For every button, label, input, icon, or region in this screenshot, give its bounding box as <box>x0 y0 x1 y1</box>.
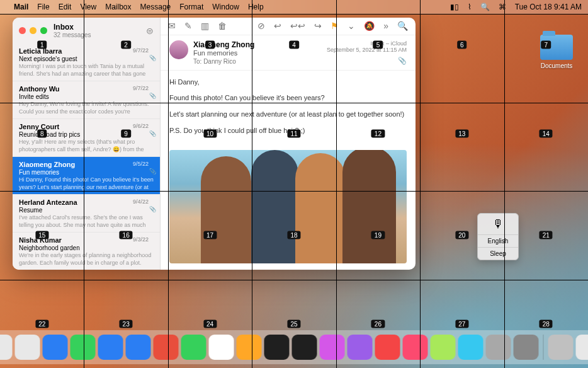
voice-control-panel: 🎙 English Sleep <box>477 213 519 260</box>
mail-sidebar: Inbox 32 messages ⊜ Leticia Ibarra9/7/22… <box>13 18 161 270</box>
forward-icon[interactable]: ↪ <box>314 21 322 31</box>
spotlight-icon[interactable]: 🔍 <box>480 3 490 11</box>
menu-format[interactable]: Format <box>179 3 203 11</box>
menu-mailbox[interactable]: Mailbox <box>105 3 131 11</box>
message-row[interactable]: Herland Antezana9/4/22ResumeI've attache… <box>13 195 160 233</box>
message-row[interactable]: Xiaomeng Zhong9/5/22Fun memoriesHi Danny… <box>13 157 160 195</box>
voice-language[interactable]: English <box>478 234 518 247</box>
menu-clock[interactable]: Tue Oct 18 9:41 AM <box>515 3 582 11</box>
archive-icon[interactable]: ✉ <box>168 21 176 31</box>
dock-app-21[interactable] <box>576 335 589 360</box>
close-button[interactable] <box>19 27 26 34</box>
menu-edit[interactable]: Edit <box>59 3 72 11</box>
message-row[interactable]: Leticia Ibarra9/7/22Next episode's guest… <box>13 43 160 81</box>
message-list[interactable]: Leticia Ibarra9/7/22Next episode's guest… <box>13 43 160 270</box>
desktop-documents-folder[interactable]: Documents <box>536 35 577 69</box>
dock-app-2[interactable] <box>43 335 68 360</box>
mail-toolbar: ✉ ✎ ▥ 🗑 ⊘ ↩ ↩↩ ↪ ⚑ ⌄ 🔕 » 🔍 <box>161 18 416 35</box>
menu-file[interactable]: File <box>37 3 49 11</box>
dock-app-9[interactable] <box>237 335 262 360</box>
dock-app-16[interactable] <box>431 335 456 360</box>
inbox-title: Inbox <box>54 23 91 32</box>
search-icon[interactable]: 🔍 <box>397 21 408 31</box>
sender-avatar[interactable] <box>169 40 188 59</box>
mail-reader: ✉ ✎ ▥ 🗑 ⊘ ↩ ↩↩ ↪ ⚑ ⌄ 🔕 » 🔍 Xiaomeng Zhon… <box>161 18 416 270</box>
voice-sleep[interactable]: Sleep <box>478 247 518 260</box>
dock-app-14[interactable] <box>375 335 400 360</box>
dock <box>0 330 588 364</box>
dock-app-7[interactable] <box>181 335 206 360</box>
reader-timestamp: September 5, 2022 at 11:15 AM <box>327 47 407 53</box>
reader-to: To: Danny Rico <box>193 58 254 65</box>
dock-app-0[interactable] <box>0 335 13 360</box>
dock-app-15[interactable] <box>403 335 428 360</box>
dock-app-18[interactable] <box>486 335 511 360</box>
message-row[interactable]: Nisha Kumar9/3/22Neighborhood gardenWe'r… <box>13 233 160 270</box>
zoom-button[interactable] <box>40 27 47 34</box>
email-attachment-photo[interactable] <box>169 150 407 263</box>
more-icon[interactable]: » <box>383 21 388 31</box>
attachment-icon[interactable]: 📎 <box>327 57 407 65</box>
mail-window: Inbox 32 messages ⊜ Leticia Ibarra9/7/22… <box>13 18 416 270</box>
reader-subject: Fun memories <box>193 49 254 57</box>
menu-bar: Mail File Edit View Mailbox Message Form… <box>0 0 588 14</box>
reader-body: Hi Danny, Found this photo! Can you beli… <box>161 71 416 147</box>
reader-mailbox: Inbox – iCloud <box>327 40 407 47</box>
reply-icon[interactable]: ↩ <box>274 21 281 31</box>
dock-app-12[interactable] <box>320 335 345 360</box>
trash-icon[interactable]: 🗑 <box>218 21 227 31</box>
dock-app-6[interactable] <box>154 335 179 360</box>
menu-help[interactable]: Help <box>248 3 264 11</box>
message-row[interactable]: Anthony Wu9/7/22Invite editsHey Danny, W… <box>13 81 160 119</box>
message-row[interactable]: Jenny Court9/6/22Reunion road trip picsH… <box>13 119 160 157</box>
filter-icon[interactable]: ⊜ <box>146 26 154 36</box>
mute-icon[interactable]: 🔕 <box>364 21 375 31</box>
junk-icon[interactable]: ⊘ <box>257 21 265 31</box>
folder-label: Documents <box>536 62 577 69</box>
control-center-icon[interactable]: ⌘ <box>499 3 506 11</box>
reader-from: Xiaomeng Zhong <box>193 40 254 49</box>
move-icon[interactable]: ▥ <box>201 21 209 31</box>
dock-app-17[interactable] <box>458 335 483 360</box>
dock-app-10[interactable] <box>264 335 290 360</box>
dock-app-8[interactable] <box>209 335 234 360</box>
dock-app-19[interactable] <box>514 335 539 360</box>
wifi-icon[interactable]: ⌇ <box>468 3 472 11</box>
dock-app-13[interactable] <box>348 335 373 360</box>
app-menu[interactable]: Mail <box>14 3 28 11</box>
minimize-button[interactable] <box>30 27 37 34</box>
dock-app-20[interactable] <box>548 335 574 360</box>
dock-app-5[interactable] <box>126 335 151 360</box>
battery-icon[interactable]: ▮▯ <box>450 3 459 11</box>
menu-window[interactable]: Window <box>212 3 239 11</box>
dock-app-4[interactable] <box>98 335 123 360</box>
inbox-count: 32 messages <box>54 32 91 38</box>
folder-icon <box>540 35 573 60</box>
microphone-icon[interactable]: 🎙 <box>478 214 518 234</box>
reply-all-icon[interactable]: ↩↩ <box>290 21 305 31</box>
dock-app-1[interactable] <box>15 335 40 360</box>
menu-view[interactable]: View <box>80 3 96 11</box>
flag-dropdown-icon[interactable]: ⌄ <box>348 21 355 31</box>
compose-icon[interactable]: ✎ <box>184 21 192 31</box>
dock-app-3[interactable] <box>71 335 96 360</box>
flag-icon[interactable]: ⚑ <box>331 21 339 31</box>
menu-message[interactable]: Message <box>140 3 171 11</box>
dock-app-11[interactable] <box>292 335 317 360</box>
